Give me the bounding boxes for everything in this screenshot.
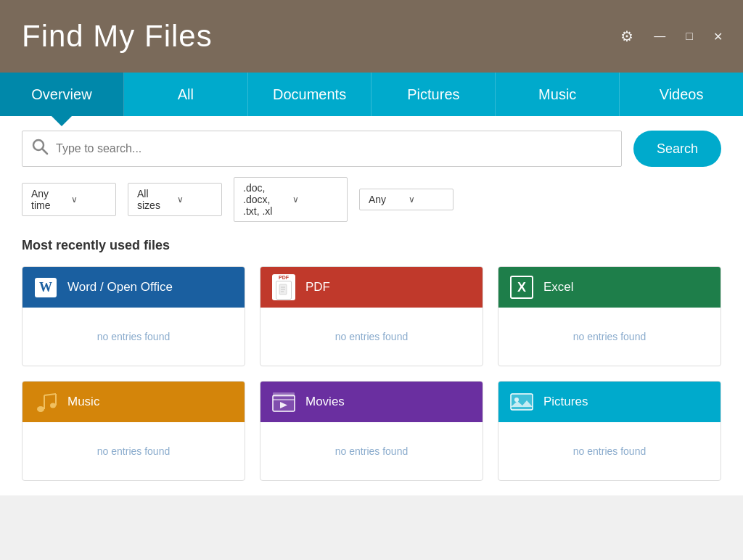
chevron-down-icon: ∨ (409, 194, 444, 205)
svg-line-10 (44, 394, 56, 395)
card-excel-body: no entries found (498, 308, 721, 366)
card-pdf: PDF PDF no entries found (260, 266, 483, 366)
app-title: Find My Files (22, 19, 213, 54)
card-word: W Word / Open Office no entries found (22, 266, 245, 366)
card-pdf-header: PDF PDF (260, 267, 483, 308)
card-pictures-body: no entries found (498, 422, 721, 480)
card-excel: X Excel no entries found (498, 266, 721, 366)
svg-rect-15 (511, 394, 533, 410)
card-movies: Movies no entries found (260, 381, 483, 481)
card-pictures-header: Pictures (498, 382, 721, 422)
tab-music[interactable]: Music (496, 73, 620, 116)
card-word-body: no entries found (22, 308, 245, 366)
search-section: Search (22, 131, 721, 167)
cards-grid: W Word / Open Office no entries found PD… (22, 266, 721, 481)
nav-tabs: Overview All Documents Pictures Music Vi… (0, 73, 743, 116)
movies-icon (271, 389, 297, 415)
filter-type[interactable]: .doc, .docx, .txt, .xl ∨ (234, 177, 348, 222)
pictures-icon (509, 389, 535, 415)
svg-rect-11 (273, 395, 295, 411)
chevron-down-icon: ∨ (71, 194, 107, 205)
close-button[interactable]: ✕ (707, 27, 728, 46)
svg-point-6 (37, 406, 44, 412)
settings-button[interactable]: ⚙ (615, 25, 639, 48)
card-pictures-title: Pictures (543, 395, 588, 409)
svg-point-16 (514, 398, 519, 402)
section-title: Most recently used files (22, 238, 721, 253)
card-movies-title: Movies (305, 395, 345, 409)
tab-overview[interactable]: Overview (0, 73, 124, 116)
search-button[interactable]: Search (633, 131, 721, 167)
filters: Any time ∨ All sizes ∨ .doc, .docx, .txt… (22, 177, 721, 222)
card-movies-body: no entries found (260, 422, 483, 480)
card-pdf-title: PDF (305, 280, 330, 295)
card-music: Music no entries found (22, 381, 245, 481)
maximize-button[interactable]: □ (680, 27, 699, 46)
card-music-body: no entries found (22, 422, 245, 480)
tab-documents[interactable]: Documents (248, 73, 372, 116)
card-excel-title: Excel (543, 280, 574, 295)
svg-line-1 (43, 149, 48, 155)
search-input[interactable] (56, 142, 612, 155)
card-movies-header: Movies (260, 382, 483, 422)
tab-videos[interactable]: Videos (620, 73, 743, 116)
main-content: Search Any time ∨ All sizes ∨ .doc, .doc… (0, 116, 743, 495)
card-word-header: W Word / Open Office (22, 267, 245, 308)
tab-all[interactable]: All (124, 73, 248, 116)
card-pictures: Pictures no entries found (498, 381, 721, 481)
chevron-down-icon: ∨ (292, 194, 337, 205)
search-icon (31, 138, 49, 160)
window-controls: ⚙ — □ ✕ (615, 25, 728, 48)
card-excel-header: X Excel (498, 267, 721, 308)
card-music-title: Music (67, 395, 99, 409)
pdf-icon: PDF (271, 274, 297, 300)
svg-rect-13 (273, 392, 295, 397)
tab-pictures[interactable]: Pictures (372, 73, 496, 116)
search-box (22, 131, 622, 167)
card-pdf-body: no entries found (260, 308, 483, 366)
title-bar: Find My Files ⚙ — □ ✕ (0, 0, 743, 73)
music-icon (33, 389, 59, 415)
card-music-header: Music (22, 382, 245, 422)
excel-icon: X (509, 274, 535, 300)
filter-any[interactable]: Any ∨ (359, 189, 453, 210)
word-icon: W (33, 274, 59, 300)
card-word-title: Word / Open Office (67, 280, 173, 295)
chevron-down-icon: ∨ (177, 194, 213, 205)
minimize-button[interactable]: — (648, 27, 671, 46)
svg-point-7 (50, 403, 56, 408)
filter-size[interactable]: All sizes ∨ (128, 183, 222, 216)
filter-time[interactable]: Any time ∨ (22, 183, 116, 216)
